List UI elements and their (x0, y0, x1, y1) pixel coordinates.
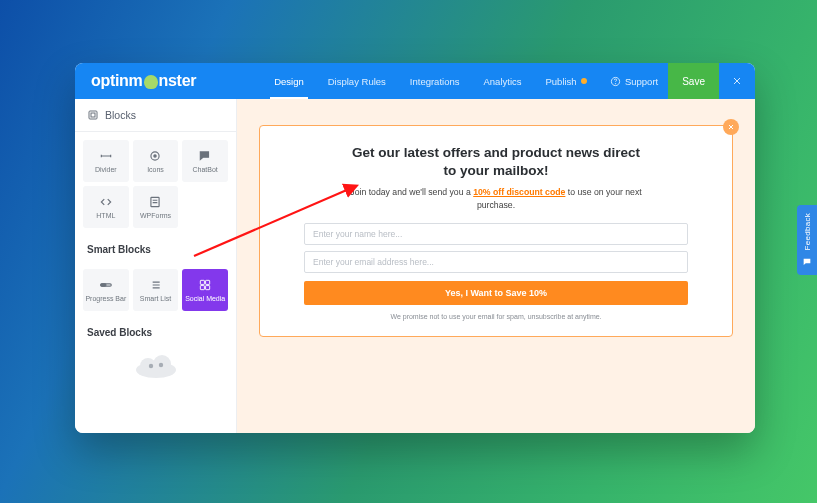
blocks-icon (87, 109, 99, 121)
publish-status-dot-icon (581, 78, 587, 84)
cloud-icon (130, 350, 182, 378)
block-divider[interactable]: Divider (83, 140, 129, 182)
wpforms-icon (148, 195, 162, 209)
progress-bar-icon (99, 278, 113, 292)
blocks-header: Blocks (75, 99, 236, 132)
feedback-tab[interactable]: Feedback (797, 205, 817, 275)
popup-subtext: Join today and we'll send you a 10% off … (346, 186, 646, 212)
tab-publish[interactable]: Publish (534, 63, 599, 99)
svg-rect-10 (206, 280, 210, 284)
popup-close-button[interactable] (723, 119, 739, 135)
email-input[interactable] (304, 251, 688, 273)
svg-point-16 (148, 364, 152, 368)
editor-canvas[interactable]: Get our latest offers and product news d… (237, 99, 755, 433)
svg-rect-11 (200, 286, 204, 290)
icons-icon (148, 149, 162, 163)
svg-rect-2 (89, 111, 97, 119)
svg-point-5 (154, 155, 156, 157)
saved-blocks-illustration (75, 344, 236, 378)
close-button[interactable] (719, 63, 755, 99)
support-link[interactable]: Support (600, 76, 668, 87)
social-media-icon (198, 278, 212, 292)
sidebar: Blocks Divider Icons ChatBot HTML (75, 99, 237, 433)
block-social-media[interactable]: Social Media (182, 269, 228, 311)
block-icons[interactable]: Icons (133, 140, 179, 182)
block-wpforms[interactable]: WPForms (133, 186, 179, 228)
brand-text-left: optinm (91, 72, 143, 90)
chat-icon (802, 257, 812, 267)
name-input[interactable] (304, 223, 688, 245)
svg-point-17 (158, 363, 162, 367)
svg-rect-8 (101, 284, 106, 286)
smart-blocks-header: Smart Blocks (75, 236, 236, 261)
svg-point-1 (615, 83, 616, 84)
svg-rect-9 (200, 280, 204, 284)
tab-analytics[interactable]: Analytics (471, 63, 533, 99)
cta-button[interactable]: Yes, I Want to Save 10% (304, 281, 688, 305)
tab-design[interactable]: Design (262, 63, 316, 99)
tab-integrations[interactable]: Integrations (398, 63, 472, 99)
popup-heading: Get our latest offers and product news d… (346, 144, 646, 180)
close-icon (731, 75, 743, 87)
discount-highlight: 10% off discount code (473, 187, 565, 197)
block-chatbot[interactable]: ChatBot (182, 140, 228, 182)
save-button[interactable]: Save (668, 63, 719, 99)
popup-fineprint: We promise not to use your email for spa… (390, 313, 601, 320)
monster-icon (144, 75, 158, 89)
svg-rect-3 (91, 113, 95, 117)
brand-text-right: nster (159, 72, 197, 90)
popup-preview[interactable]: Get our latest offers and product news d… (259, 125, 733, 337)
main-tabs: Design Display Rules Integrations Analyt… (262, 63, 599, 99)
chatbot-icon (198, 149, 212, 163)
close-icon (727, 123, 735, 131)
block-progress-bar[interactable]: Progress Bar (83, 269, 129, 311)
block-smart-list[interactable]: Smart List (133, 269, 179, 311)
feedback-label: Feedback (803, 213, 812, 251)
brand-logo: optinm nster (75, 72, 212, 90)
svg-rect-12 (206, 286, 210, 290)
smart-list-icon (148, 278, 162, 292)
saved-blocks-header: Saved Blocks (75, 319, 236, 344)
block-html[interactable]: HTML (83, 186, 129, 228)
divider-icon (99, 149, 113, 163)
html-icon (99, 195, 113, 209)
tab-display-rules[interactable]: Display Rules (316, 63, 398, 99)
help-circle-icon (610, 76, 621, 87)
